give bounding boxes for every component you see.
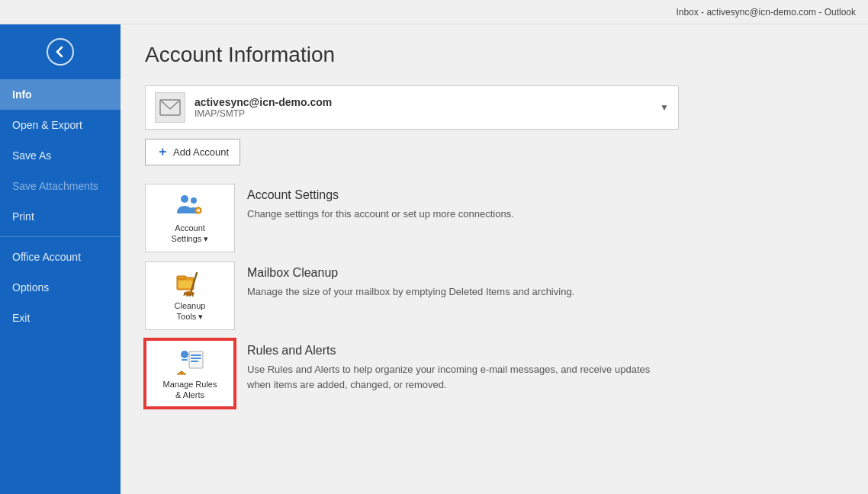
svg-rect-8 bbox=[200, 210, 202, 211]
manage-rules-icon-box[interactable]: ! Manage Rules& Alerts bbox=[145, 339, 235, 408]
account-settings-text: Account Settings Change settings for thi… bbox=[235, 184, 526, 226]
sidebar-item-info[interactable]: Info bbox=[0, 79, 121, 110]
back-circle-icon[interactable] bbox=[47, 38, 74, 66]
svg-point-4 bbox=[197, 209, 200, 212]
account-settings-icon-box[interactable]: AccountSettings ▾ bbox=[145, 184, 235, 252]
cleanup-tools-text: Mailbox Cleanup Manage the size of your … bbox=[235, 261, 587, 304]
sidebar-item-exit[interactable]: Exit bbox=[0, 303, 121, 333]
sidebar-divider bbox=[0, 236, 121, 237]
svg-rect-21 bbox=[191, 354, 201, 356]
cleanup-tools-icon-box[interactable]: CleanupTools ▾ bbox=[145, 261, 235, 330]
cleanup-tools-card-label: CleanupTools ▾ bbox=[175, 300, 206, 322]
svg-rect-6 bbox=[198, 212, 199, 214]
main-content: Account Information activesync@icn-demo.… bbox=[121, 24, 868, 494]
add-account-button[interactable]: ＋ Add Account bbox=[145, 139, 240, 165]
svg-point-1 bbox=[181, 195, 188, 203]
account-email: activesync@icn-demo.com bbox=[194, 96, 660, 108]
cleanup-tools-icon bbox=[174, 270, 206, 297]
back-button[interactable] bbox=[0, 24, 121, 79]
manage-rules-text: Rules and Alerts Use Rules and Alerts to… bbox=[235, 339, 686, 396]
sidebar-item-save-attachments: Save Attachments bbox=[0, 171, 121, 201]
svg-rect-19 bbox=[182, 359, 188, 361]
svg-line-14 bbox=[184, 292, 185, 296]
sidebar-item-print[interactable]: Print bbox=[0, 201, 121, 232]
cleanup-tools-title: Mailbox Cleanup bbox=[247, 266, 574, 280]
svg-point-18 bbox=[181, 351, 188, 358]
account-settings-icon bbox=[174, 192, 206, 220]
page-title: Account Information bbox=[145, 43, 844, 67]
manage-rules-title: Rules and Alerts bbox=[247, 344, 674, 358]
svg-line-17 bbox=[192, 293, 193, 297]
manage-rules-desc: Use Rules and Alerts to help organize yo… bbox=[247, 362, 674, 392]
account-dropdown-arrow[interactable]: ▼ bbox=[660, 102, 669, 113]
account-settings-desc: Change settings for this account or set … bbox=[247, 207, 514, 222]
top-bar-title: Inbox - activesync@icn-demo.com - Outloo… bbox=[676, 7, 856, 18]
svg-rect-11 bbox=[178, 281, 192, 288]
manage-rules-card: ! Manage Rules& Alerts Rules and Alerts … bbox=[145, 339, 844, 408]
add-icon: ＋ bbox=[156, 144, 169, 160]
account-settings-card-label: AccountSettings ▾ bbox=[172, 223, 209, 245]
svg-rect-23 bbox=[191, 361, 198, 362]
sidebar: Info Open & Export Save As Save Attachme… bbox=[0, 24, 121, 494]
svg-rect-10 bbox=[177, 276, 186, 279]
svg-rect-7 bbox=[194, 210, 197, 211]
account-settings-card: AccountSettings ▾ Account Settings Chang… bbox=[145, 184, 844, 252]
sidebar-item-open-export[interactable]: Open & Export bbox=[0, 110, 121, 140]
account-type: IMAP/SMTP bbox=[194, 108, 660, 119]
svg-line-15 bbox=[187, 293, 188, 297]
manage-rules-icon: ! bbox=[174, 347, 206, 376]
cleanup-tools-card: CleanupTools ▾ Mailbox Cleanup Manage th… bbox=[145, 261, 844, 330]
account-details: activesync@icn-demo.com IMAP/SMTP bbox=[194, 96, 660, 119]
svg-rect-22 bbox=[191, 358, 201, 359]
svg-rect-20 bbox=[189, 351, 203, 368]
sidebar-item-save-as[interactable]: Save As bbox=[0, 140, 121, 171]
sidebar-item-office-account[interactable]: Office Account bbox=[0, 242, 121, 272]
sidebar-item-options[interactable]: Options bbox=[0, 272, 121, 303]
sidebar-nav: Info Open & Export Save As Save Attachme… bbox=[0, 79, 121, 333]
cleanup-tools-desc: Manage the size of your mailbox by empty… bbox=[247, 284, 574, 300]
svg-rect-5 bbox=[198, 207, 199, 209]
account-settings-title: Account Settings bbox=[247, 188, 514, 202]
account-icon bbox=[155, 92, 185, 123]
svg-point-2 bbox=[191, 197, 197, 204]
add-account-label: Add Account bbox=[173, 146, 229, 158]
manage-rules-card-label: Manage Rules& Alerts bbox=[163, 379, 217, 401]
account-selector[interactable]: activesync@icn-demo.com IMAP/SMTP ▼ bbox=[145, 85, 679, 130]
